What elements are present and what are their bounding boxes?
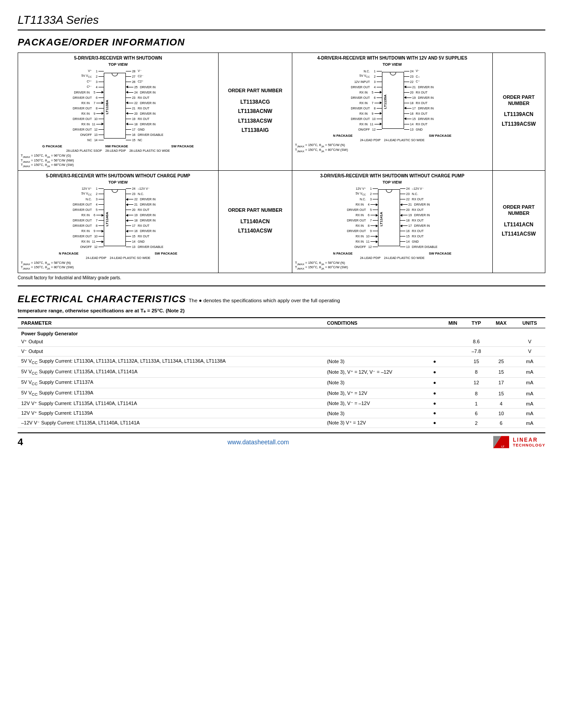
svg-text:LT: LT [502,445,505,448]
table-row: –12V V⁻ Supply Current: LT1135A, LT1140A… [18,418,545,428]
top-right-order-title: ORDER PART NUMBER [498,94,540,107]
top-left-topview: TOP VIEW [21,62,215,67]
left-pins: V⁺1 5V VCC2 C¹⁺3 C¹⁻4 DRIVER IN5 DRIVER … [72,68,104,143]
ic-box-tl: LT1138A [104,73,126,139]
bot-right-ic-diagram: 12V V⁺1 5V VCC2 N.C.3 RX IN4 DRIVER OUT5… [295,186,490,250]
param-5v-2: 5V VCC Supply Current: LT1135A, LT1140A,… [18,367,323,377]
units-5v-3: mA [514,377,545,388]
min-5v-4 [441,388,464,399]
logo-line2: TECHNOLOGY [513,443,545,447]
bot-left-order-cell: ORDER PART NUMBER LT1140ACNLT1140ACSW [218,170,292,273]
bullet-12v-2: ● [428,409,441,418]
units-vminus: V [514,346,545,356]
units-12v-2: mA [514,409,545,418]
bullet-vminus [428,346,441,356]
top-right-ic-diagram: N.C.1 5V VCC2 12V INPUT3 DRIVER OUT4 RX … [295,68,490,132]
bot-left-order-parts: LT1140ACNLT1140ACSW [224,217,287,236]
table-row: V⁺ Output 8.6 V [18,337,545,347]
top-left-pkg-info: G PACKAGENW PACKAGESW PACKAGE 28-LEAD PL… [21,144,215,168]
max-vminus [488,346,514,356]
table-row: 5V VCC Supply Current: LT1135A, LT1140A,… [18,367,545,377]
elec-title: ELECTRICAL CHARACTERISTICS [18,293,186,305]
power-supply-section-header: Power Supply Generator [18,328,545,337]
top-right-pkg-info: N PACKAGESW PACKAGE 24-LEAD PDIP 24-LEAD… [295,134,490,152]
typ-5v-1: 15 [465,356,488,367]
bullet-5v-4: ● [428,388,441,399]
consult-note: Consult factory for Industrial and Milit… [18,275,545,280]
table-row: 5V VCC Supply Current: LT1137A (Note 3) … [18,377,545,388]
param-12v-1: 12V V⁺ Supply Current: LT1135A, LT1140A,… [18,399,323,409]
min-5v-1 [441,356,464,367]
bullet-12v-1: ● [428,399,441,409]
col-bullet-header [428,318,441,328]
units-5v-4: mA [514,388,545,399]
right-cell-right-pins: 24V⁻ 23C– 22C⁺ 21DRIVER IN 20RX OUT 19DR… [404,68,435,132]
bot-left-topview: TOP VIEW [21,180,215,184]
table-row: 5V VCC Supply Current: LT1139A (Note 3),… [18,388,545,399]
bullet-5v-1: ● [428,356,441,367]
right-pins: 28V⁻ 27C2⁻ 26C2⁺ 25DRIVER IN 24DRIVER IN… [126,68,165,143]
logo-area: LT LINEAR TECHNOLOGY [493,436,545,448]
bot-right-package-cell: 3-DRIVER/5-RECEIVER WITH SHUTDOWN WITHOU… [292,170,492,273]
header-rule [18,30,545,30]
max-5v-4: 15 [488,388,514,399]
col-conditions: CONDITIONS [323,318,428,328]
bot-left-title: 5-DRIVER/3-RECEIVER WITH SHUTDOWN WITHOU… [21,173,215,178]
min-12v-2 [441,409,464,418]
typ-12v-1: 1 [465,399,488,409]
max-5v-1: 25 [488,356,514,367]
typ-vplus: 8.6 [465,337,488,347]
page-number: 4 [18,436,23,448]
right-cell-left-pins: N.C.1 5V VCC2 12V INPUT3 DRIVER OUT4 RX … [349,68,382,132]
section-divider [18,285,545,286]
package-section-title: PACKAGE/ORDER INFORMATION [18,37,545,48]
typ-n12v-1: 2 [465,418,488,428]
top-left-order-cell: ORDER PART NUMBER LT1138ACGLT1138ACNWLT1… [218,53,292,171]
max-5v-2: 15 [488,367,514,377]
cond-n12v-1: (Note 3) V⁺ = 12V [323,418,428,428]
cond-5v-2: (Note 3), V⁺ = 12V, V⁻ = –12V [323,367,428,377]
website-link[interactable]: www.datasheetall.com [227,439,289,446]
col-min: MIN [441,318,464,328]
typ-5v-4: 8 [465,388,488,399]
bot-left-pkg-info: N PACKAGESW PACKAGE 24-LEAD PDIP 24-LEAD… [21,251,215,270]
cond-5v-4: (Note 3), V⁺ = 12V [323,388,428,399]
bot-right-topview: TOP VIEW [295,180,490,184]
top-right-package-cell: 4-DRIVER/4-RECEIVER WITH SHUTDOWN WITH 1… [292,53,492,171]
top-right-topview: TOP VIEW [295,62,490,67]
page-footer: 4 www.datasheetall.com LT LINEAR TECHNOL… [18,436,545,448]
cond-12v-1: (Note 3), V⁻ = –12V [323,399,428,409]
br-left-pins: 12V V⁺1 5V VCC2 N.C.3 RX IN4 DRIVER OUT5… [346,186,378,250]
bot-right-order-parts: LT1141ACNLT1141ACSW [498,220,540,239]
cond-12v-2: (Note 3) [323,409,428,418]
bullet-vplus [428,337,441,347]
min-5v-2 [441,367,464,377]
typ-vminus: –7.8 [465,346,488,356]
param-vplus: V⁺ Output [18,337,323,347]
footer-rule [18,432,545,433]
bot-right-title: 3-DRIVER/5-RECEIVER WITH SHUTDOWN WITHOU… [295,173,490,178]
param-5v-1: 5V VCC Supply Current: LT1130A, LT1131A,… [18,356,323,367]
table-row: 12V V⁺ Supply Current: LT1135A, LT1140A,… [18,399,545,409]
bot-left-order-title: ORDER PART NUMBER [224,207,287,213]
max-vplus [488,337,514,347]
cond-5v-1: (Note 3) [323,356,428,367]
cond-vminus [323,346,428,356]
table-row: 12V V⁺ Supply Current: LT1139A (Note 3) … [18,409,545,418]
max-12v-2: 10 [488,409,514,418]
table-row: V⁻ Output –7.8 V [18,346,545,356]
top-left-order-title: ORDER PART NUMBER [224,87,287,94]
param-5v-3: 5V VCC Supply Current: LT1137A [18,377,323,388]
bl-left-pins: 12V V⁺1 5V VCC2 N.C.3 DRIVER OUT4 DRIVER… [72,186,104,250]
elec-subtitle2: temperature range, otherwise specificati… [18,308,545,314]
top-right-order-cell: ORDER PART NUMBER LT1139ACNLT1139ACSW [492,53,545,171]
bot-right-order-cell: ORDER PART NUMBER LT1141ACNLT1141ACSW [492,170,545,273]
top-left-title: 5-DRIVER/3-RECEIVER WITH SHUTDOWN [21,56,215,60]
max-12v-1: 4 [488,399,514,409]
min-n12v-1 [441,418,464,428]
max-5v-3: 17 [488,377,514,388]
bot-left-ic-diagram: 12V V⁺1 5V VCC2 N.C.3 DRIVER OUT4 DRIVER… [21,186,215,250]
linear-technology-logo-icon: LT [493,436,509,448]
min-vminus [441,346,464,356]
ic-box-br: LT1141A [378,189,400,246]
